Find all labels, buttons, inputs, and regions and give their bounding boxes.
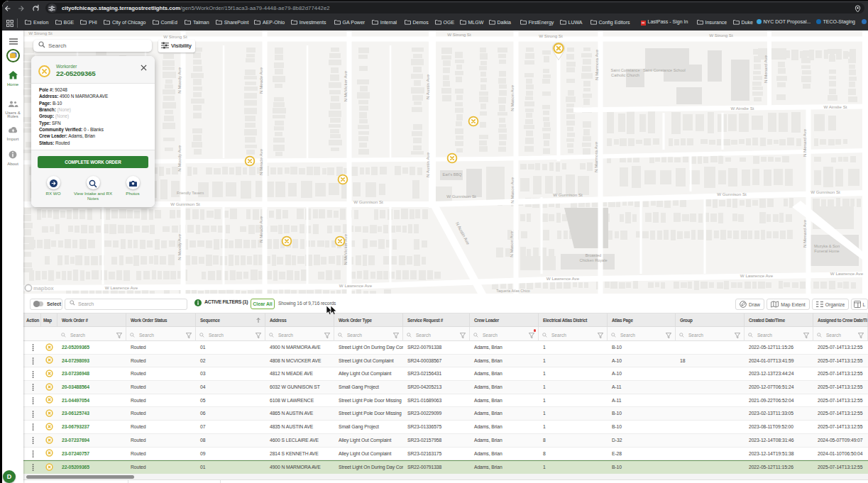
svg-text:Saint Constance School: Saint Constance School xyxy=(643,68,686,72)
svg-text:N Meade Ave: N Meade Ave xyxy=(258,67,263,94)
svg-text:W Strong St: W Strong St xyxy=(539,33,563,38)
svg-text:W Lawrence Ave: W Lawrence Ave xyxy=(339,283,373,288)
svg-text:W Strong St: W Strong St xyxy=(28,30,53,35)
svg-text:W Strong St: W Strong St xyxy=(709,33,733,38)
svg-text:Taqueria Atlas Chico: Taqueria Atlas Chico xyxy=(496,289,529,293)
svg-text:N Mason Ave: N Mason Ave xyxy=(509,231,514,257)
svg-text:W Ainslie St: W Ainslie St xyxy=(823,104,847,109)
svg-text:N Moody Ave: N Moody Ave xyxy=(177,233,182,260)
svg-text:W Strong St: W Strong St xyxy=(163,34,187,39)
svg-text:N Meade Ave: N Meade Ave xyxy=(258,216,263,243)
svg-text:N Mason Ave: N Mason Ave xyxy=(510,177,515,203)
svg-text:Chicken Royale: Chicken Royale xyxy=(579,258,607,262)
svg-text:N Moody Ave: N Moody Ave xyxy=(177,67,182,93)
svg-text:N McVicker Ave: N McVicker Ave xyxy=(343,70,348,101)
svg-text:W Gunnison St: W Gunnison St xyxy=(353,199,383,204)
svg-text:W Gunnison St: W Gunnison St xyxy=(717,191,747,196)
svg-text:W Lawrence Ave: W Lawrence Ave xyxy=(546,276,580,281)
svg-text:Friendly Tavern: Friendly Tavern xyxy=(177,191,204,195)
svg-text:W Ainslie St: W Ainslie St xyxy=(730,106,754,111)
svg-text:Saint Constance: Saint Constance xyxy=(610,68,639,72)
svg-text:Broasted: Broasted xyxy=(586,253,601,257)
svg-text:N Menard Ave: N Menard Ave xyxy=(763,55,768,83)
svg-text:W Lawrence Ave: W Lawrence Ave xyxy=(105,285,138,290)
svg-text:W Gunnison St: W Gunnison St xyxy=(553,192,583,197)
svg-text:N Meade Ave: N Meade Ave xyxy=(258,148,263,175)
svg-text:N Marmora Ave: N Marmora Ave xyxy=(594,49,599,79)
svg-text:N Moody Ave: N Moody Ave xyxy=(177,145,182,171)
svg-text:W Gunnison St: W Gunnison St xyxy=(811,189,840,194)
svg-text:W Gunnison St: W Gunnison St xyxy=(170,201,200,206)
svg-text:Catholic Church: Catholic Church xyxy=(611,73,639,77)
svg-text:N Austin Ave: N Austin Ave xyxy=(425,74,430,99)
svg-text:Muzyka & Son: Muzyka & Son xyxy=(814,244,840,248)
svg-text:W Gunnison St: W Gunnison St xyxy=(446,194,476,199)
svg-text:W Lawrence Ave: W Lawrence Ave xyxy=(740,273,774,278)
svg-text:W Strong St: W Strong St xyxy=(447,32,471,37)
svg-text:N Menard Ave: N Menard Ave xyxy=(802,128,807,157)
svg-text:N Austin Ave: N Austin Ave xyxy=(425,152,430,177)
svg-text:W Lawrence Ave: W Lawrence Ave xyxy=(830,271,864,276)
svg-text:mapbox: mapbox xyxy=(33,285,55,292)
svg-text:N Menard Ave: N Menard Ave xyxy=(802,219,807,248)
svg-text:N Marmora Ave: N Marmora Ave xyxy=(593,141,598,172)
svg-text:N Mason Ave: N Mason Ave xyxy=(510,84,515,111)
svg-text:Funeral Home: Funeral Home xyxy=(814,249,839,253)
svg-text:Earl's BBQ: Earl's BBQ xyxy=(442,172,462,177)
